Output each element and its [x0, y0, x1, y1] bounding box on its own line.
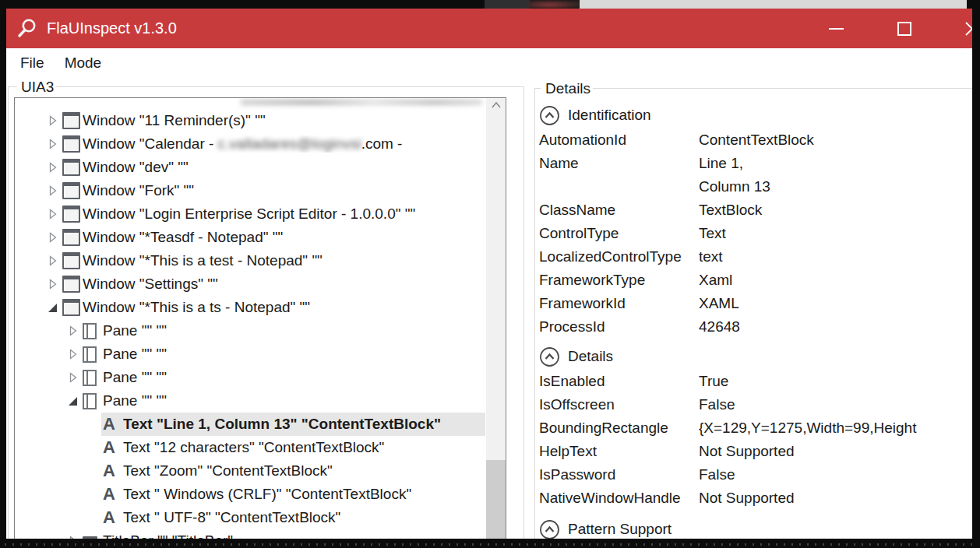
expander-collapsed-icon[interactable] — [45, 209, 61, 220]
expander-collapsed-icon[interactable] — [65, 325, 81, 336]
tree-rows: Window "11 Reminder(s)" ""Window "Calend… — [15, 109, 485, 539]
chevron-up-circle-icon[interactable] — [539, 105, 560, 126]
tree-row[interactable]: Pane "" "" — [15, 389, 485, 413]
tree-row[interactable]: AText "12 characters" "ContentTextBlock" — [15, 436, 485, 459]
uia3-group-label: UIA3 — [19, 79, 56, 96]
section-title: Identification — [568, 107, 651, 124]
tree-vertical-scrollbar[interactable] — [486, 98, 506, 539]
property-key: IsEnabled — [539, 370, 699, 393]
uia3-group-border — [8, 86, 17, 87]
property-value: False — [699, 463, 972, 487]
expander-collapsed-icon[interactable] — [45, 162, 61, 173]
scrollbar-thumb[interactable] — [486, 460, 506, 539]
expander-collapsed-icon[interactable] — [45, 139, 61, 149]
tree-row-label: Window "11 Reminder(s)" "" — [83, 112, 266, 129]
window-icon — [62, 299, 83, 316]
tree-row-content: Pane "" "" — [81, 366, 167, 389]
tree-row[interactable]: Window "dev" "" — [15, 156, 485, 179]
maximize-button[interactable] — [887, 9, 922, 48]
maximize-icon — [897, 22, 911, 36]
property-key: LocalizedControlType — [539, 245, 699, 269]
tree-row[interactable]: Window "Calendar - c.valladares@loginvsi… — [15, 132, 485, 156]
tree-row-content: Window "*Teasdf - Notepad" "" — [61, 226, 283, 249]
uia3-group-border — [8, 86, 9, 539]
expander-collapsed-icon[interactable] — [45, 115, 61, 126]
tree-row[interactable]: TitleBar "" "TitleBar" — [15, 529, 485, 539]
expander-expanded-icon[interactable] — [45, 303, 61, 313]
property-row: IsEnabledTrue — [539, 370, 972, 393]
property-row: FrameworkTypeXaml — [539, 269, 972, 292]
tree-row-content: Window "11 Reminder(s)" "" — [61, 109, 266, 132]
property-value: Text — [699, 222, 972, 245]
property-row: NativeWindowHandleNot Supported — [539, 487, 972, 510]
tree-row-label: Text "12 characters" "ContentTextBlock" — [123, 439, 384, 456]
tree-row[interactable]: AText "Zoom" "ContentTextBlock" — [15, 459, 485, 483]
details-group-border — [534, 88, 541, 89]
tree-row[interactable]: Window "*This is a ts - Notepad" "" — [15, 296, 485, 319]
tree-row[interactable]: Pane "" "" — [15, 366, 485, 389]
menu-item-file[interactable]: File — [20, 54, 44, 72]
tree-row-content: Window "Fork" "" — [61, 179, 194, 202]
property-value: Not Supported — [699, 487, 972, 510]
window-icon — [62, 276, 83, 293]
property-value: TextBlock — [699, 198, 972, 222]
title-bar[interactable]: FlaUInspect v1.3.0 — [6, 9, 972, 48]
frame-bottom-texture — [5, 543, 975, 546]
tree-row[interactable]: Pane "" "" — [15, 319, 485, 342]
tree-row-content: Pane "" "" — [81, 319, 167, 342]
property-value: {X=129,Y=1275,Width=99,Height — [699, 416, 972, 440]
property-key: ClassName — [539, 198, 699, 222]
tree-row[interactable]: Window "Settings" "" — [15, 272, 485, 296]
pane-icon — [83, 346, 103, 363]
expander-collapsed-icon[interactable] — [65, 536, 81, 539]
property-key: HelpText — [539, 440, 699, 463]
details-panel: IdentificationAutomationIdContentTextBlo… — [539, 102, 972, 539]
scrollbar-up-arrow[interactable] — [486, 101, 506, 109]
tree-row[interactable]: Pane "" "" — [15, 342, 485, 366]
tree-row-content: AText " Windows (CRLF)" "ContentTextBloc… — [101, 483, 411, 506]
uia-tree[interactable]: Window "11 Reminder(s)" ""Window "Calend… — [14, 97, 506, 539]
tree-row[interactable]: Window "11 Reminder(s)" "" — [15, 109, 485, 132]
property-row: HelpTextNot Supported — [539, 440, 972, 463]
property-row: IsPasswordFalse — [539, 463, 972, 487]
tree-row[interactable]: AText "Line 1, Column 13" "ContentTextBl… — [15, 413, 485, 436]
window-icon — [62, 135, 83, 153]
property-key: IsPassword — [539, 463, 699, 487]
tree-row[interactable]: Window "*Teasdf - Notepad" "" — [15, 226, 485, 249]
property-value: Xaml — [699, 269, 972, 292]
details-group-border — [592, 88, 972, 89]
tree-row[interactable]: AText " Windows (CRLF)" "ContentTextBloc… — [15, 483, 485, 506]
expander-collapsed-icon[interactable] — [45, 232, 61, 243]
expander-collapsed-icon[interactable] — [45, 279, 61, 290]
chevron-up-circle-icon[interactable] — [539, 519, 560, 539]
property-key: Name — [539, 152, 699, 198]
close-button[interactable] — [954, 9, 972, 48]
tree-row[interactable]: AText " UTF-8" "ContentTextBlock" — [15, 506, 485, 529]
minimize-button[interactable] — [819, 9, 854, 48]
tree-row[interactable]: Window "*This is a test - Notepad" "" — [15, 249, 485, 272]
flauinspect-window: FlaUInspect v1.3.0 FileMode UIA3 Details — [6, 9, 972, 539]
menu-item-mode[interactable]: Mode — [65, 54, 102, 72]
pane-icon — [83, 323, 103, 339]
property-value: 42648 — [699, 315, 972, 339]
section-title: Details — [568, 348, 613, 365]
expander-collapsed-icon[interactable] — [65, 372, 81, 383]
expander-expanded-icon[interactable] — [65, 396, 81, 406]
pane-icon — [83, 393, 103, 409]
chevron-up-circle-icon[interactable] — [539, 346, 560, 367]
expander-collapsed-icon[interactable] — [45, 255, 61, 266]
tree-row[interactable]: Window "Fork" "" — [15, 179, 485, 202]
expander-collapsed-icon[interactable] — [65, 349, 81, 360]
uia3-group-border — [55, 86, 523, 87]
tree-row[interactable]: Window "Login Enterprise Script Editor -… — [15, 202, 485, 226]
property-value: ContentTextBlock — [699, 128, 972, 152]
menu-bar: FileMode — [6, 48, 972, 78]
window-icon — [62, 229, 83, 246]
blurred-email: c.valladares@loginvsi — [218, 135, 361, 152]
property-key: ControlType — [539, 222, 699, 245]
screenshot-frame: FlaUInspect v1.3.0 FileMode UIA3 Details — [0, 0, 980, 548]
expander-collapsed-icon[interactable] — [45, 185, 61, 196]
property-row: NameLine 1, Column 13 — [539, 152, 972, 198]
tree-row-label: Text "Zoom" "ContentTextBlock" — [123, 462, 333, 480]
text-icon: A — [103, 439, 123, 456]
